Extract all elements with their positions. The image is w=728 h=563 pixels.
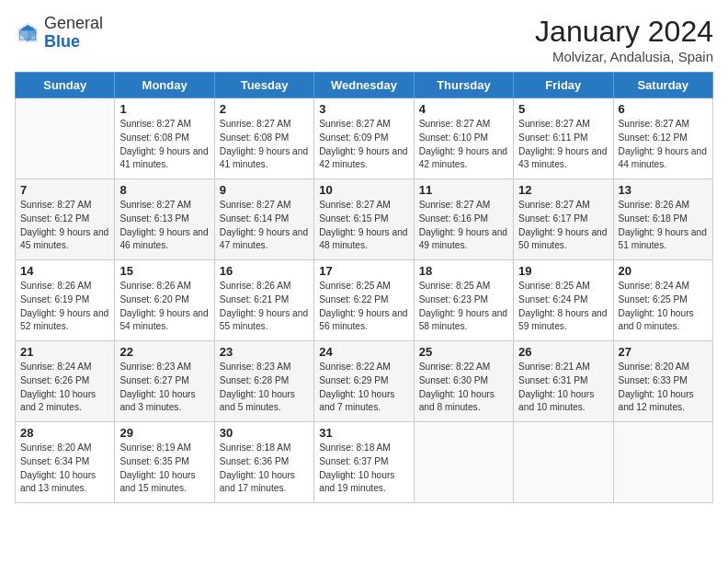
calendar-cell: 6Sunrise: 8:27 AMSunset: 6:12 PMDaylight… bbox=[613, 98, 712, 179]
day-detail: Sunrise: 8:24 AMSunset: 6:26 PMDaylight:… bbox=[20, 362, 96, 412]
calendar-cell: 20Sunrise: 8:24 AMSunset: 6:25 PMDayligh… bbox=[613, 260, 712, 341]
day-number: 12 bbox=[518, 183, 608, 197]
day-detail: Sunrise: 8:27 AMSunset: 6:12 PMDaylight:… bbox=[20, 200, 108, 250]
day-detail: Sunrise: 8:21 AMSunset: 6:31 PMDaylight:… bbox=[518, 362, 594, 412]
calendar-week-row: 7Sunrise: 8:27 AMSunset: 6:12 PMDaylight… bbox=[16, 179, 713, 260]
column-header-tuesday: Tuesday bbox=[214, 73, 313, 98]
logo: General Blue bbox=[15, 15, 103, 52]
day-detail: Sunrise: 8:26 AMSunset: 6:21 PMDaylight:… bbox=[220, 281, 308, 331]
day-detail: Sunrise: 8:27 AMSunset: 6:12 PMDaylight:… bbox=[619, 119, 707, 169]
day-detail: Sunrise: 8:27 AMSunset: 6:16 PMDaylight:… bbox=[419, 200, 507, 250]
calendar-cell: 25Sunrise: 8:22 AMSunset: 6:30 PMDayligh… bbox=[414, 341, 513, 422]
day-detail: Sunrise: 8:27 AMSunset: 6:17 PMDaylight:… bbox=[518, 200, 607, 250]
day-number: 10 bbox=[319, 183, 408, 197]
day-number: 5 bbox=[518, 102, 608, 116]
calendar-cell: 16Sunrise: 8:26 AMSunset: 6:21 PMDayligh… bbox=[214, 260, 313, 341]
calendar-cell: 1Sunrise: 8:27 AMSunset: 6:08 PMDaylight… bbox=[115, 98, 214, 179]
day-number: 13 bbox=[619, 183, 708, 197]
calendar-cell: 23Sunrise: 8:23 AMSunset: 6:28 PMDayligh… bbox=[214, 341, 313, 422]
column-header-thursday: Thursday bbox=[414, 73, 513, 98]
day-detail: Sunrise: 8:27 AMSunset: 6:11 PMDaylight:… bbox=[518, 119, 607, 169]
calendar-cell: 8Sunrise: 8:27 AMSunset: 6:13 PMDaylight… bbox=[115, 179, 214, 260]
month-year-title: January 2024 bbox=[535, 15, 713, 49]
day-number: 23 bbox=[220, 345, 309, 359]
day-number: 28 bbox=[20, 426, 109, 440]
page-header: General Blue January 2024 Molvizar, Anda… bbox=[15, 15, 713, 64]
calendar-cell: 27Sunrise: 8:20 AMSunset: 6:33 PMDayligh… bbox=[613, 341, 712, 422]
day-detail: Sunrise: 8:27 AMSunset: 6:14 PMDaylight:… bbox=[220, 200, 308, 250]
day-number: 29 bbox=[119, 426, 209, 440]
day-number: 19 bbox=[518, 264, 608, 278]
logo-text: General Blue bbox=[44, 15, 103, 52]
day-number: 9 bbox=[220, 183, 309, 197]
day-detail: Sunrise: 8:19 AMSunset: 6:35 PMDaylight:… bbox=[119, 442, 195, 493]
calendar-cell: 9Sunrise: 8:27 AMSunset: 6:14 PMDaylight… bbox=[214, 179, 313, 260]
day-number: 8 bbox=[119, 183, 209, 197]
calendar-cell: 4Sunrise: 8:27 AMSunset: 6:10 PMDaylight… bbox=[414, 98, 513, 179]
calendar-cell bbox=[414, 422, 513, 503]
calendar-cell: 10Sunrise: 8:27 AMSunset: 6:15 PMDayligh… bbox=[314, 179, 414, 260]
day-number: 3 bbox=[319, 102, 408, 116]
day-number: 15 bbox=[119, 264, 209, 278]
calendar-cell bbox=[613, 422, 712, 503]
day-number: 14 bbox=[20, 264, 109, 278]
day-detail: Sunrise: 8:20 AMSunset: 6:34 PMDaylight:… bbox=[20, 442, 96, 493]
day-number: 27 bbox=[619, 345, 708, 359]
calendar-cell: 14Sunrise: 8:26 AMSunset: 6:19 PMDayligh… bbox=[16, 260, 115, 341]
day-detail: Sunrise: 8:18 AMSunset: 6:37 PMDaylight:… bbox=[319, 442, 394, 493]
calendar-cell bbox=[514, 422, 613, 503]
calendar-cell: 30Sunrise: 8:18 AMSunset: 6:36 PMDayligh… bbox=[214, 422, 313, 503]
day-number: 4 bbox=[419, 102, 508, 116]
day-detail: Sunrise: 8:23 AMSunset: 6:28 PMDaylight:… bbox=[220, 362, 295, 412]
logo-icon bbox=[15, 20, 40, 46]
calendar-week-row: 28Sunrise: 8:20 AMSunset: 6:34 PMDayligh… bbox=[16, 422, 713, 503]
day-number: 1 bbox=[119, 102, 209, 116]
calendar-cell: 21Sunrise: 8:24 AMSunset: 6:26 PMDayligh… bbox=[16, 341, 115, 422]
day-detail: Sunrise: 8:26 AMSunset: 6:19 PMDaylight:… bbox=[20, 281, 108, 331]
day-number: 31 bbox=[319, 426, 408, 440]
day-detail: Sunrise: 8:24 AMSunset: 6:25 PMDaylight:… bbox=[619, 281, 694, 331]
calendar-cell: 22Sunrise: 8:23 AMSunset: 6:27 PMDayligh… bbox=[115, 341, 214, 422]
day-detail: Sunrise: 8:22 AMSunset: 6:29 PMDaylight:… bbox=[319, 362, 394, 412]
day-number: 16 bbox=[220, 264, 309, 278]
day-detail: Sunrise: 8:27 AMSunset: 6:08 PMDaylight:… bbox=[220, 119, 308, 169]
day-number: 7 bbox=[20, 183, 109, 197]
day-detail: Sunrise: 8:27 AMSunset: 6:08 PMDaylight:… bbox=[119, 119, 208, 169]
day-detail: Sunrise: 8:22 AMSunset: 6:30 PMDaylight:… bbox=[419, 362, 495, 412]
day-detail: Sunrise: 8:20 AMSunset: 6:33 PMDaylight:… bbox=[619, 362, 694, 412]
day-number: 17 bbox=[319, 264, 408, 278]
calendar-week-row: 1Sunrise: 8:27 AMSunset: 6:08 PMDaylight… bbox=[16, 98, 713, 179]
calendar-cell: 29Sunrise: 8:19 AMSunset: 6:35 PMDayligh… bbox=[115, 422, 214, 503]
day-detail: Sunrise: 8:25 AMSunset: 6:24 PMDaylight:… bbox=[518, 281, 607, 331]
calendar-cell: 26Sunrise: 8:21 AMSunset: 6:31 PMDayligh… bbox=[514, 341, 613, 422]
calendar-cell: 15Sunrise: 8:26 AMSunset: 6:20 PMDayligh… bbox=[115, 260, 214, 341]
column-header-wednesday: Wednesday bbox=[314, 73, 414, 98]
day-detail: Sunrise: 8:27 AMSunset: 6:10 PMDaylight:… bbox=[419, 119, 507, 169]
calendar-cell: 12Sunrise: 8:27 AMSunset: 6:17 PMDayligh… bbox=[514, 179, 613, 260]
calendar-cell: 19Sunrise: 8:25 AMSunset: 6:24 PMDayligh… bbox=[514, 260, 613, 341]
calendar-week-row: 14Sunrise: 8:26 AMSunset: 6:19 PMDayligh… bbox=[16, 260, 713, 341]
calendar-cell: 17Sunrise: 8:25 AMSunset: 6:22 PMDayligh… bbox=[314, 260, 414, 341]
day-number: 25 bbox=[419, 345, 508, 359]
day-number: 11 bbox=[419, 183, 508, 197]
day-number: 24 bbox=[319, 345, 408, 359]
column-header-monday: Monday bbox=[115, 73, 214, 98]
calendar-week-row: 21Sunrise: 8:24 AMSunset: 6:26 PMDayligh… bbox=[16, 341, 713, 422]
column-header-sunday: Sunday bbox=[16, 73, 115, 98]
day-detail: Sunrise: 8:26 AMSunset: 6:20 PMDaylight:… bbox=[119, 281, 208, 331]
day-number: 18 bbox=[419, 264, 508, 278]
day-detail: Sunrise: 8:25 AMSunset: 6:23 PMDaylight:… bbox=[419, 281, 507, 331]
title-block: January 2024 Molvizar, Andalusia, Spain bbox=[535, 15, 713, 64]
calendar-cell: 18Sunrise: 8:25 AMSunset: 6:23 PMDayligh… bbox=[414, 260, 513, 341]
day-detail: Sunrise: 8:27 AMSunset: 6:13 PMDaylight:… bbox=[119, 200, 208, 250]
day-detail: Sunrise: 8:27 AMSunset: 6:15 PMDaylight:… bbox=[319, 200, 407, 250]
day-number: 6 bbox=[619, 102, 708, 116]
calendar-cell: 2Sunrise: 8:27 AMSunset: 6:08 PMDaylight… bbox=[214, 98, 313, 179]
calendar-table: SundayMondayTuesdayWednesdayThursdayFrid… bbox=[15, 72, 713, 503]
day-detail: Sunrise: 8:27 AMSunset: 6:09 PMDaylight:… bbox=[319, 119, 407, 169]
calendar-cell: 24Sunrise: 8:22 AMSunset: 6:29 PMDayligh… bbox=[314, 341, 414, 422]
day-detail: Sunrise: 8:26 AMSunset: 6:18 PMDaylight:… bbox=[619, 200, 707, 250]
day-number: 20 bbox=[619, 264, 708, 278]
calendar-cell: 13Sunrise: 8:26 AMSunset: 6:18 PMDayligh… bbox=[613, 179, 712, 260]
day-number: 21 bbox=[20, 345, 109, 359]
